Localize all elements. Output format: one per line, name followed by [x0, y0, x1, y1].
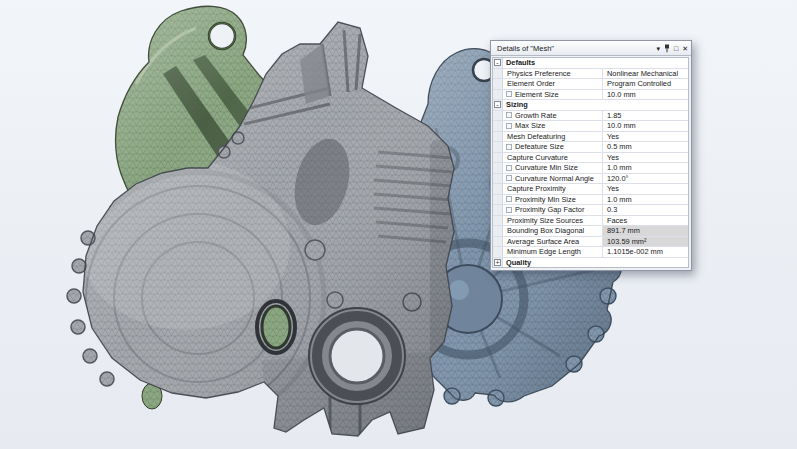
property-label: Capture Curvature: [507, 153, 568, 163]
row-minimum-edge-length: Minimum Edge Length 1.1015e-002 mm: [493, 247, 688, 258]
property-value[interactable]: 1.1015e-002 mm: [603, 247, 688, 257]
panel-title: Details of "Mesh": [497, 44, 656, 53]
checkbox[interactable]: [506, 196, 512, 202]
property-label: Mesh Defeaturing: [507, 132, 565, 142]
row-defeature-size: Defeature Size 0.5 mm: [493, 142, 688, 153]
row-capture-curvature: Capture Curvature Yes: [493, 153, 688, 164]
property-value-readonly: 891.7 mm: [603, 226, 688, 236]
expand-icon[interactable]: +: [494, 259, 501, 266]
property-value[interactable]: Faces: [603, 216, 688, 226]
details-panel: Details of "Mesh" ▾ □ ✕ - Defaults Physi…: [490, 40, 692, 271]
collapse-icon[interactable]: -: [494, 59, 501, 66]
property-label: Defeature Size: [515, 142, 564, 152]
property-value[interactable]: Nonlinear Mechanical: [603, 69, 688, 79]
row-element-order: Element Order Program Controlled: [493, 79, 688, 90]
section-label: Quality: [503, 258, 688, 268]
row-capture-proximity: Capture Proximity Yes: [493, 184, 688, 195]
collapse-toggle[interactable]: -: [493, 100, 503, 110]
row-proximity-size-sources: Proximity Size Sources Faces: [493, 216, 688, 227]
pin-icon[interactable]: [664, 44, 670, 53]
property-value[interactable]: 1.0 mm: [603, 195, 688, 205]
row-bounding-box-diagonal: Bounding Box Diagonal 891.7 mm: [493, 226, 688, 237]
row-curvature-normal-angle: Curvature Normal Angle 120.0°: [493, 174, 688, 185]
section-row-sizing[interactable]: - Sizing: [493, 100, 688, 111]
row-physics-preference: Physics Preference Nonlinear Mechanical: [493, 69, 688, 80]
row-element-size: Element Size 10.0 mm: [493, 90, 688, 101]
property-value[interactable]: 10.0 mm: [603, 121, 688, 131]
details-table: - Defaults Physics Preference Nonlinear …: [492, 57, 689, 268]
property-label: Minimum Edge Length: [507, 247, 581, 257]
property-value[interactable]: Yes: [603, 132, 688, 142]
row-proximity-gap-factor: Proximity Gap Factor 0.3: [493, 205, 688, 216]
property-value[interactable]: 10.0 mm: [603, 90, 688, 100]
float-window-icon[interactable]: □: [674, 45, 678, 52]
row-growth-rate: Growth Rate 1.85: [493, 111, 688, 122]
panel-titlebar[interactable]: Details of "Mesh" ▾ □ ✕: [491, 41, 691, 56]
checkbox[interactable]: [506, 91, 512, 97]
close-icon[interactable]: ✕: [682, 45, 688, 52]
property-label: Proximity Gap Factor: [515, 205, 584, 215]
property-value[interactable]: 120.0°: [603, 174, 688, 184]
property-value[interactable]: 1.0 mm: [603, 163, 688, 173]
property-label: Element Size: [515, 90, 559, 100]
row-max-size: Max Size 10.0 mm: [493, 121, 688, 132]
property-label: Max Size: [515, 121, 545, 131]
property-value[interactable]: Yes: [603, 184, 688, 194]
row-proximity-min-size: Proximity Min Size 1.0 mm: [493, 195, 688, 206]
menu-dropdown-icon[interactable]: ▾: [656, 45, 660, 52]
property-label: Capture Proximity: [507, 184, 566, 194]
section-label: Defaults: [503, 58, 688, 68]
property-label: Proximity Size Sources: [507, 216, 583, 226]
gearbox-housing-part[interactable]: [67, 22, 456, 436]
section-row-defaults[interactable]: - Defaults: [493, 58, 688, 69]
property-label: Physics Preference: [507, 69, 571, 79]
property-label: Element Order: [507, 79, 555, 89]
section-row-quality[interactable]: + Quality: [493, 258, 688, 268]
checkbox[interactable]: [506, 112, 512, 118]
collapse-toggle[interactable]: +: [493, 258, 503, 268]
property-label: Growth Rate: [515, 111, 557, 121]
checkbox[interactable]: [506, 123, 512, 129]
property-label: Average Surface Area: [507, 237, 579, 247]
property-label: Proximity Min Size: [515, 195, 576, 205]
collapse-icon[interactable]: -: [494, 101, 501, 108]
property-value[interactable]: 0.3: [603, 205, 688, 215]
property-value[interactable]: 1.85: [603, 111, 688, 121]
property-value[interactable]: Program Controlled: [603, 79, 688, 89]
section-label: Sizing: [503, 100, 688, 110]
property-value[interactable]: 0.5 mm: [603, 142, 688, 152]
property-value[interactable]: Yes: [603, 153, 688, 163]
checkbox[interactable]: [506, 144, 512, 150]
property-label: Curvature Min Size: [515, 163, 578, 173]
property-value-readonly: 103.59 mm²: [603, 237, 688, 247]
collapse-toggle[interactable]: -: [493, 58, 503, 68]
property-label: Bounding Box Diagonal: [507, 226, 584, 236]
property-label: Curvature Normal Angle: [515, 174, 594, 184]
row-curvature-min-size: Curvature Min Size 1.0 mm: [493, 163, 688, 174]
checkbox[interactable]: [506, 175, 512, 181]
checkbox[interactable]: [506, 165, 512, 171]
row-average-surface-area: Average Surface Area 103.59 mm²: [493, 237, 688, 248]
row-mesh-defeaturing: Mesh Defeaturing Yes: [493, 132, 688, 143]
checkbox[interactable]: [506, 207, 512, 213]
